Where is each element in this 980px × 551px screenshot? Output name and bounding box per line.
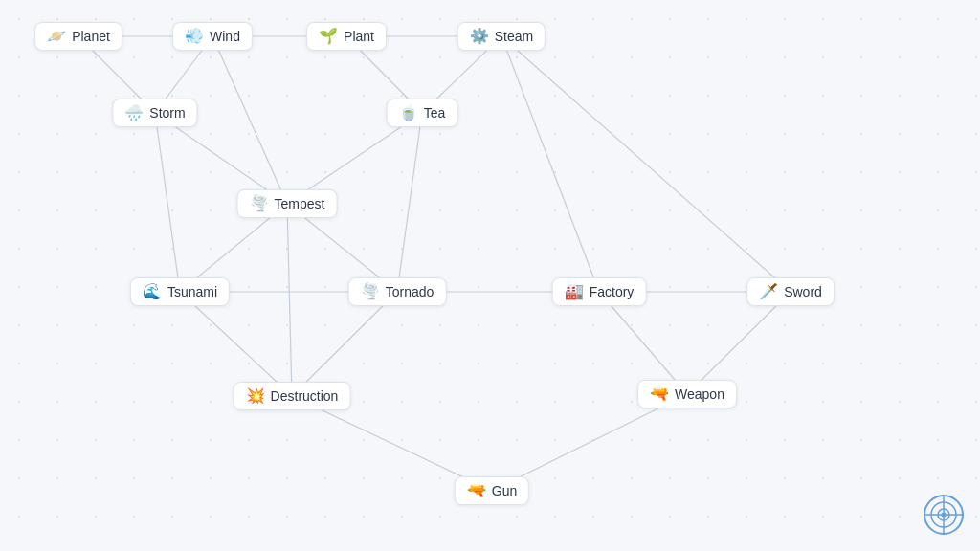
node-label-plant: Plant [344, 29, 374, 44]
node-icon-tsunami: 🌊 [143, 284, 162, 299]
connection-tornado-destruction [292, 292, 397, 396]
node-wind[interactable]: 💨Wind [172, 22, 253, 51]
node-label-sword: Sword [784, 284, 822, 299]
node-tempest[interactable]: 🌪️Tempest [237, 189, 338, 218]
node-plant[interactable]: 🌱Plant [306, 22, 387, 51]
node-icon-tea: 🍵 [399, 105, 418, 121]
node-icon-wind: 💨 [185, 29, 204, 44]
node-icon-steam: ⚙️ [470, 29, 489, 44]
connection-storm-tsunami [155, 113, 180, 292]
node-icon-factory: 🏭 [565, 284, 584, 299]
node-weapon[interactable]: 🔫Weapon [637, 380, 737, 408]
connections-layer [0, 0, 980, 551]
connection-steam-factory [501, 36, 599, 292]
node-label-destruction: Destruction [271, 388, 339, 404]
node-storm[interactable]: 🌧️Storm [112, 99, 197, 127]
node-label-gun: Gun [492, 483, 517, 498]
node-icon-tornado: 🌪️ [361, 284, 380, 299]
node-icon-storm: 🌧️ [124, 105, 144, 121]
connection-wind-tempest [212, 36, 287, 204]
node-icon-destruction: 💥 [246, 388, 265, 404]
node-icon-planet: 🪐 [47, 29, 66, 44]
gametaco-logo [923, 494, 965, 536]
connection-factory-weapon [599, 292, 687, 394]
node-icon-plant: 🌱 [319, 29, 338, 44]
node-destruction[interactable]: 💥Destruction [234, 382, 351, 410]
node-icon-gun: 🔫 [467, 483, 486, 498]
node-gun[interactable]: 🔫Gun [455, 476, 529, 505]
connection-sword-weapon [687, 292, 791, 394]
node-tornado[interactable]: 🌪️Tornado [348, 277, 447, 306]
node-tea[interactable]: 🍵Tea [387, 99, 458, 127]
node-label-storm: Storm [149, 105, 185, 121]
node-tsunami[interactable]: 🌊Tsunami [130, 277, 230, 306]
node-label-weapon: Weapon [675, 386, 724, 402]
node-label-tornado: Tornado [386, 284, 434, 299]
node-steam[interactable]: ⚙️Steam [457, 22, 546, 51]
node-label-tea: Tea [424, 105, 446, 121]
connection-steam-sword [501, 36, 791, 292]
node-sword[interactable]: 🗡️Sword [746, 277, 835, 306]
node-planet[interactable]: 🪐Planet [34, 22, 122, 51]
node-label-factory: Factory [590, 284, 635, 299]
node-label-steam: Steam [495, 29, 533, 44]
node-icon-tempest: 🌪️ [250, 196, 269, 211]
node-factory[interactable]: 🏭Factory [552, 277, 647, 306]
node-label-tsunami: Tsunami [167, 284, 217, 299]
node-icon-weapon: 🔫 [650, 386, 669, 402]
node-label-tempest: Tempest [275, 196, 325, 211]
svg-point-5 [942, 513, 947, 518]
connection-tea-tornado [397, 113, 422, 292]
connection-tsunami-destruction [180, 292, 292, 396]
connection-tempest-destruction [287, 204, 292, 396]
node-label-wind: Wind [210, 29, 240, 44]
node-icon-sword: 🗡️ [759, 284, 778, 299]
node-label-planet: Planet [72, 29, 110, 44]
